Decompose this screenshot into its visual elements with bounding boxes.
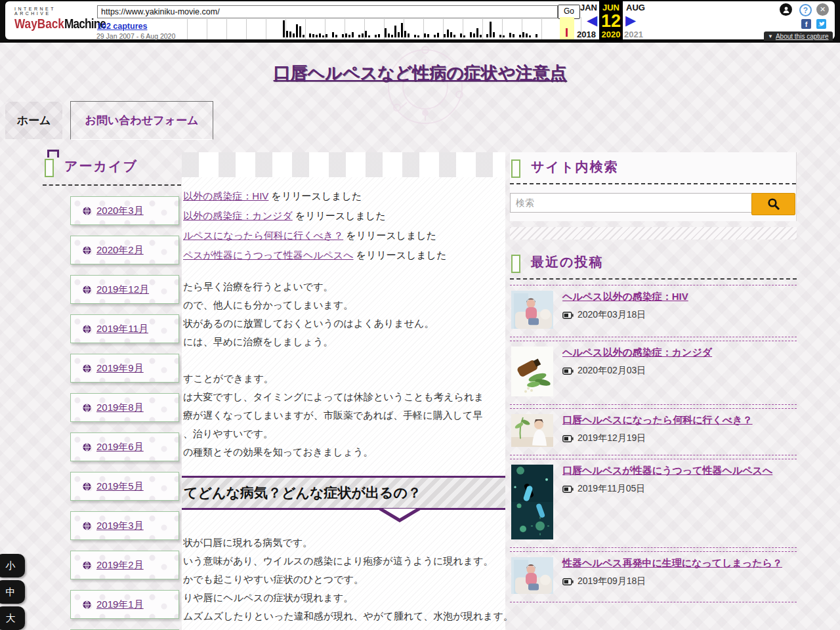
internet-archive-label: INTERNET ARCHIVE — [14, 7, 92, 16]
archive-month-link[interactable]: 2019年11月 — [70, 314, 179, 343]
archive-month-link[interactable]: 2019年2月 — [70, 551, 179, 579]
timeline-bar — [378, 34, 380, 37]
timeline-bar — [352, 32, 354, 37]
post-thumbnail[interactable] — [511, 557, 553, 597]
globe-icon — [83, 364, 91, 373]
wayback-url-input[interactable] — [97, 5, 558, 18]
twitter-bird-icon — [818, 20, 825, 28]
year-2018[interactable]: 2018 — [577, 30, 596, 39]
wayback-panel: INTERNET ARCHIVE WayBackMachine Go 102 c… — [5, 1, 835, 39]
timeline-bar — [460, 33, 462, 37]
timeline-bar — [414, 35, 416, 37]
post-date: 2020年02月03日 — [562, 365, 797, 377]
archive-month-link[interactable]: 2019年6月 — [70, 432, 179, 461]
help-icon[interactable]: ? — [799, 4, 812, 16]
timeline-bar — [526, 33, 528, 37]
captures-range: 29 Jan 2007 - 6 Aug 2020 — [96, 32, 175, 40]
facebook-icon[interactable]: f — [801, 19, 811, 29]
archive-month-link[interactable]: 2020年3月 — [70, 196, 179, 225]
post-date: 2019年11月05日 — [562, 483, 797, 495]
profile-icon[interactable] — [780, 3, 792, 16]
month-jan[interactable]: JAN — [580, 3, 597, 12]
post-thumbnail[interactable] — [511, 346, 553, 399]
post-title-link[interactable]: ヘルペス以外の感染症：カンジダ — [562, 346, 797, 359]
date-icon — [562, 368, 574, 375]
timeline-bar — [365, 31, 367, 37]
wayback-brand-red: WayBack — [14, 16, 64, 31]
timeline-bar — [453, 35, 455, 37]
wayback-logo[interactable]: INTERNET ARCHIVE WayBackMachine — [14, 7, 92, 30]
search-heading-divider — [510, 183, 796, 184]
news-article-link[interactable]: ペスが性器にうつって性器ヘルペスへ — [183, 249, 354, 261]
section-heading-band: てどんな病気？どんな症状が出るの？ — [182, 476, 505, 510]
archive-heading-divider — [43, 184, 181, 186]
timeline-bar — [503, 35, 505, 37]
timeline-bar — [368, 35, 370, 37]
post-thumbnail[interactable] — [511, 414, 553, 450]
news-item: 以外の感染症：カンジダ をリリースしました — [183, 206, 505, 226]
decorative-circuit-ornament — [381, 42, 470, 131]
timeline-bar — [463, 35, 465, 37]
post-title-link[interactable]: 口唇ヘルペスになったら何科に行くべき？ — [562, 414, 797, 427]
about-this-capture[interactable]: ▼About this capture — [764, 32, 833, 41]
timeline-bar — [326, 34, 327, 37]
archive-month-link[interactable]: 2019年3月 — [70, 511, 179, 540]
news-article-link[interactable]: ルペスになったら何科に行くべき？ — [183, 230, 343, 241]
post-title-link[interactable]: 性器ヘルペス再発中に生理になってしまったら？ — [562, 557, 797, 570]
timeline-bar — [437, 33, 439, 37]
news-article-link[interactable]: 以外の感染症：カンジダ — [183, 210, 293, 221]
timeline-bar — [529, 35, 531, 37]
search-button[interactable] — [751, 193, 795, 215]
year-2020[interactable]: 2020 — [599, 30, 623, 39]
archive-month-link[interactable]: 2019年1月 — [70, 590, 179, 619]
recent-post-item: ヘルペス以外の感染症：カンジダ 2020年02月03日 — [510, 341, 797, 405]
archive-month-link[interactable]: 2019年5月 — [70, 472, 179, 501]
timeline-bar — [486, 34, 488, 37]
close-toolbar-icon[interactable]: ✕ — [816, 3, 829, 16]
tab-home[interactable]: ホーム — [5, 102, 62, 139]
news-item: ペスが性器にうつって性器ヘルペスへ をリリースしました — [183, 245, 505, 265]
capture-timeline[interactable] — [168, 17, 583, 39]
news-article-link[interactable]: 以外の感染症：HIV — [183, 190, 268, 201]
font-size-small-button[interactable]: 小 — [0, 554, 25, 578]
tab-contact-form[interactable]: お問い合わせフォーム — [70, 101, 213, 140]
year-2021[interactable]: 2021 — [624, 30, 643, 39]
news-item: ルペスになったら何科に行くべき？ をリリースしました — [183, 226, 505, 245]
post-title-link[interactable]: ヘルペス以外の感染症：HIV — [562, 291, 797, 303]
right-sidebar: サイト内検索 最近の投稿 ヘルペス以外の感染症： — [510, 152, 797, 606]
recent-posts-heading: 最近の投稿 — [510, 247, 797, 273]
captures-link[interactable]: 102 captures — [97, 22, 147, 31]
archive-month-link[interactable]: 2019年9月 — [70, 354, 179, 383]
date-icon — [562, 578, 574, 585]
body-text-line: 療が遅くなってしまいますが、市販薬であれば、手軽に購入して早 — [183, 406, 505, 425]
timeline-bar — [473, 33, 475, 37]
next-capture-arrow[interactable]: ▶ — [625, 14, 636, 27]
caret-down-icon: ▼ — [768, 33, 773, 39]
month-aug[interactable]: AUG — [626, 3, 645, 12]
body-text-line: 状があるのに放置しておくというのはよくありません。 — [183, 314, 505, 333]
timeline-bar — [293, 33, 295, 37]
body-text-line: の種類とその効果を知っておきましょう。 — [183, 443, 505, 461]
post-title-link[interactable]: 口唇ヘルペスが性器にうつって性器ヘルペスへ — [562, 465, 797, 477]
archive-month-link[interactable]: 2019年8月 — [70, 393, 179, 422]
font-size-large-button[interactable]: 大 — [0, 606, 25, 630]
prev-capture-arrow[interactable]: ◀ — [587, 14, 597, 27]
twitter-icon[interactable] — [816, 19, 826, 29]
post-thumbnail-woman-sofa — [511, 291, 553, 329]
font-size-medium-button[interactable]: 中 — [0, 580, 25, 604]
post-thumbnail[interactable] — [511, 291, 553, 331]
timeline-bar — [408, 33, 410, 37]
post-thumbnail[interactable] — [511, 465, 553, 542]
recent-post-item: ヘルペス以外の感染症：HIV 2020年03月18日 — [510, 285, 797, 337]
timeline-bar — [286, 31, 288, 37]
timeline-bar — [299, 26, 301, 37]
site-title-link[interactable]: 口唇ヘルペスなど性病の症状や注意点 — [274, 63, 567, 83]
search-input[interactable] — [510, 193, 753, 213]
current-date-column: JUN 12 2020 — [599, 0, 623, 43]
globe-icon — [83, 207, 91, 215]
archive-month-link[interactable]: 2019年12月 — [70, 275, 179, 304]
timeline-bar — [388, 33, 390, 37]
archive-month-link[interactable]: 2020年2月 — [70, 236, 179, 264]
body-text-line: 状が口唇に現れる病気です。 — [183, 534, 505, 552]
timeline-bar — [335, 35, 337, 37]
